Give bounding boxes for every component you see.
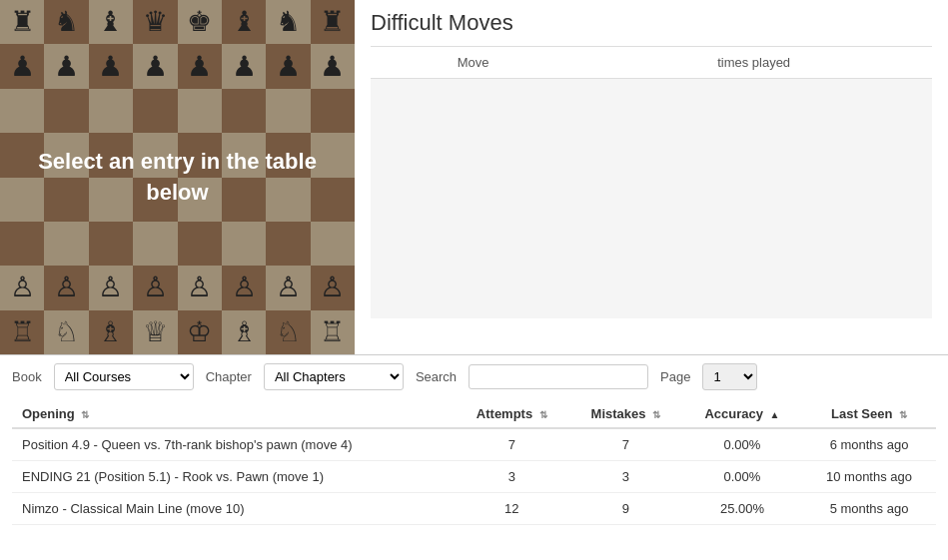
table-header-row: Opening ⇅ Attempts ⇅ Mistakes ⇅ Accuracy… [12, 400, 936, 428]
sort-icon-mistakes: ⇅ [652, 409, 660, 420]
cell-last-seen-2: 5 months ago [802, 493, 936, 525]
cell-attempts-0: 7 [455, 428, 569, 461]
col-header-mistakes[interactable]: Mistakes ⇅ [569, 400, 682, 428]
board-overlay-text: Select an entry in the table below [0, 137, 355, 219]
cell-opening-2: Nimzo - Classical Main Line (move 10) [12, 493, 455, 525]
col-header-attempts[interactable]: Attempts ⇅ [455, 400, 569, 428]
book-select[interactable]: All Courses [54, 363, 194, 390]
mini-col-move: Move [371, 47, 575, 79]
sort-icon-attempts: ⇅ [539, 409, 547, 420]
mini-col-times-played: times played [575, 47, 932, 79]
table-row[interactable]: Nimzo - Classical Main Line (move 10)129… [12, 493, 936, 525]
sort-icon-accuracy: ▲ [770, 409, 780, 420]
cell-mistakes-1: 3 [569, 461, 682, 493]
cell-accuracy-1: 0.00% [682, 461, 802, 493]
col-header-opening[interactable]: Opening ⇅ [12, 400, 455, 428]
search-label: Search [416, 369, 457, 384]
cell-opening-1: ENDING 21 (Position 5.1) - Rook vs. Pawn… [12, 461, 455, 493]
sort-icon-last-seen: ⇅ [899, 409, 907, 420]
chapter-label: Chapter [206, 369, 252, 384]
table-row[interactable]: ENDING 21 (Position 5.1) - Rook vs. Pawn… [12, 461, 936, 493]
cell-accuracy-2: 25.00% [682, 493, 802, 525]
table-row[interactable]: Position 4.9 - Queen vs. 7th-rank bishop… [12, 428, 936, 461]
right-panel: Difficult Moves Move times played [355, 0, 948, 354]
cell-mistakes-2: 9 [569, 493, 682, 525]
page-label: Page [660, 369, 690, 384]
mini-table: Move times played [371, 46, 932, 318]
book-label: Book [12, 369, 42, 384]
col-header-accuracy[interactable]: Accuracy ▲ [682, 400, 802, 428]
search-input[interactable] [469, 364, 648, 389]
cell-attempts-2: 12 [455, 493, 569, 525]
cell-opening-0: Position 4.9 - Queen vs. 7th-rank bishop… [12, 428, 455, 461]
chess-board-container: ♜♞♝♛♚♝♞♜♟♟♟♟♟♟♟♟♙♙♙♙♙♙♙♙♖♘♗♕♔♗♘♖ Select … [0, 0, 355, 354]
cell-mistakes-0: 7 [569, 428, 682, 461]
panel-title: Difficult Moves [371, 10, 932, 36]
cell-attempts-1: 3 [455, 461, 569, 493]
cell-last-seen-1: 10 months ago [802, 461, 936, 493]
data-table: Opening ⇅ Attempts ⇅ Mistakes ⇅ Accuracy… [12, 400, 936, 525]
bottom-section: Book All Courses Chapter All Chapters Se… [0, 354, 948, 533]
filter-row: Book All Courses Chapter All Chapters Se… [12, 363, 936, 390]
chapter-select[interactable]: All Chapters [264, 363, 404, 390]
board-overlay: Select an entry in the table below [0, 0, 355, 354]
sort-icon-opening: ⇅ [81, 409, 89, 420]
cell-last-seen-0: 6 months ago [802, 428, 936, 461]
page-select[interactable]: 1 [702, 363, 757, 390]
cell-accuracy-0: 0.00% [682, 428, 802, 461]
col-header-last-seen[interactable]: Last Seen ⇅ [802, 400, 936, 428]
